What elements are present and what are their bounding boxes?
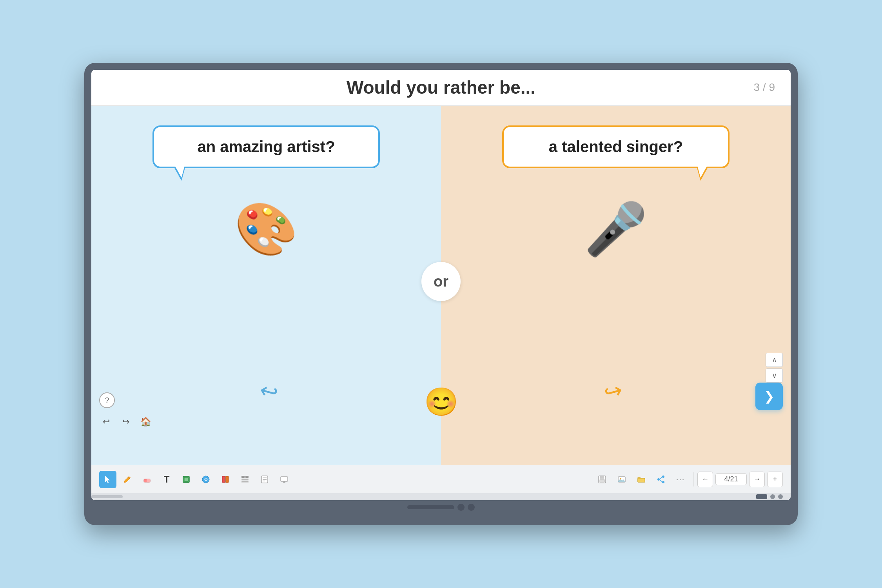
folder-icon — [637, 475, 646, 484]
save-button[interactable] — [593, 471, 611, 488]
svg-point-31 — [657, 478, 660, 481]
svg-rect-19 — [281, 477, 288, 481]
artist-emoji: 🎨 — [234, 200, 298, 259]
right-panel: a talented singer? 🎤 — [441, 106, 791, 465]
pencil-icon — [123, 475, 132, 484]
svg-rect-24 — [600, 476, 604, 479]
activity-icon: ⚙ — [201, 475, 210, 484]
text-tool-button[interactable]: T — [158, 471, 175, 488]
svg-rect-4 — [184, 477, 188, 481]
screen-tool-button[interactable] — [276, 471, 293, 488]
scroll-down-button[interactable]: ∨ — [766, 368, 783, 383]
selection-tool-button[interactable] — [178, 471, 195, 488]
monitor-screen: Would you rather be... 3 / 9 an amazing … — [91, 70, 791, 500]
left-speech-bubble: an amazing artist? — [152, 125, 380, 168]
slide-header: Would you rather be... 3 / 9 — [91, 70, 791, 106]
svg-rect-10 — [241, 476, 245, 478]
svg-rect-8 — [225, 476, 229, 483]
toolbar: T ⚙ — [91, 465, 791, 493]
scroll-up-button[interactable]: ∧ — [766, 353, 783, 367]
page-indicator: 4/21 — [715, 473, 747, 485]
image-icon — [617, 475, 626, 484]
svg-point-29 — [662, 475, 664, 478]
layout-icon — [241, 475, 249, 484]
or-circle: or — [421, 262, 461, 301]
page-add-button[interactable]: + — [767, 472, 783, 487]
pencil-tool-button[interactable] — [119, 471, 136, 488]
svg-rect-13 — [241, 481, 249, 482]
screen-icon — [280, 475, 289, 484]
svg-rect-12 — [241, 479, 249, 480]
undo-redo-home: ↩ ↪ 🏠 — [98, 413, 154, 430]
help-button[interactable]: ? — [99, 392, 115, 408]
page-prev-button[interactable]: ← — [697, 472, 713, 487]
slide-counter: 3 / 9 — [754, 81, 775, 94]
folder-button[interactable] — [633, 471, 650, 488]
save-icon — [598, 475, 606, 484]
center-face-emoji: 😊 — [424, 386, 458, 418]
book-tool-button[interactable] — [217, 471, 234, 488]
monitor-stand — [91, 503, 791, 511]
notes-icon — [260, 475, 269, 484]
indicator-dots — [756, 494, 783, 499]
eraser-icon — [143, 475, 151, 484]
cursor-icon — [103, 475, 112, 484]
slide-title: Would you rather be... — [347, 77, 535, 98]
svg-rect-7 — [222, 476, 225, 483]
selection-icon — [182, 475, 191, 484]
redo-button[interactable]: ↪ — [117, 413, 134, 430]
svg-rect-2 — [147, 479, 150, 482]
share-icon — [657, 475, 665, 484]
svg-line-32 — [660, 477, 662, 479]
singer-emoji: 🎤 — [584, 200, 648, 259]
left-panel: an amazing artist? 🎨 — [91, 106, 441, 465]
share-button[interactable] — [652, 471, 670, 488]
slide-content: an amazing artist? 🎨 a talented singer? … — [91, 106, 791, 465]
book-icon — [221, 475, 230, 484]
monitor: Would you rather be... 3 / 9 an amazing … — [84, 63, 798, 525]
image-button[interactable] — [613, 471, 630, 488]
svg-rect-28 — [638, 478, 645, 482]
svg-rect-11 — [245, 476, 249, 478]
layout-tool-button[interactable] — [236, 471, 254, 488]
activity-tool-button[interactable]: ⚙ — [197, 471, 214, 488]
more-button[interactable]: ··· — [672, 471, 689, 488]
undo-button[interactable]: ↩ — [98, 413, 115, 430]
notes-tool-button[interactable] — [256, 471, 273, 488]
svg-text:⚙: ⚙ — [204, 477, 208, 482]
svg-rect-25 — [600, 479, 604, 482]
bottom-bar — [91, 493, 791, 500]
scroll-controls: ∧ ∨ — [766, 353, 783, 383]
next-slide-button[interactable]: ❯ — [755, 383, 783, 410]
svg-line-33 — [660, 480, 662, 482]
eraser-tool-button[interactable] — [138, 471, 156, 488]
svg-rect-14 — [241, 483, 249, 483]
home-button[interactable]: 🏠 — [137, 413, 154, 430]
toolbar-separator — [693, 472, 693, 486]
scroll-indicator — [91, 495, 123, 498]
page-next-button[interactable]: → — [749, 472, 765, 487]
cursor-tool-button[interactable] — [99, 471, 116, 488]
svg-point-30 — [662, 481, 664, 483]
right-speech-bubble: a talented singer? — [502, 125, 730, 168]
